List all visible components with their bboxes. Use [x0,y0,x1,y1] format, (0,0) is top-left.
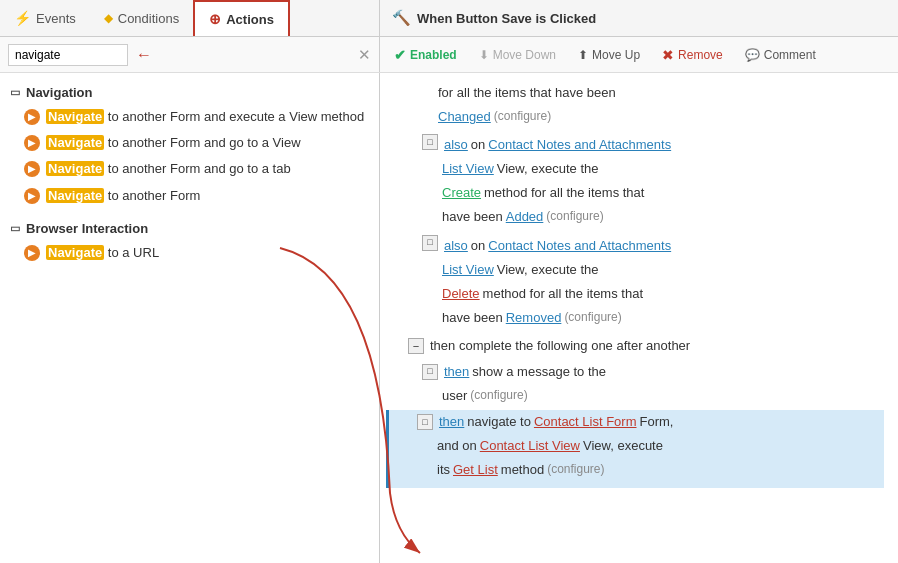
view-execute-text: View, execute [583,435,663,457]
close-icon[interactable]: ✕ [358,46,371,64]
delete-link[interactable]: Delete [442,283,480,305]
configure-link-3[interactable]: (configure) [564,307,621,327]
navigate-highlight-3: Navigate [46,161,104,176]
changed-link[interactable]: Changed [438,106,491,128]
line-4: Create method for all the items that [394,181,884,205]
when-title: 🔨 When Button Save is Clicked [392,9,596,27]
contact-list-view-link[interactable]: Contact List View [480,435,580,457]
line10-rest: show a message to the [472,361,606,383]
move-down-icon: ⬇ [479,48,489,62]
block-icon-1: □ [422,134,438,150]
search-input[interactable] [8,44,128,66]
then-link-1[interactable]: then [444,361,469,383]
navigate-highlight-browser: Navigate [46,245,104,260]
tab-events[interactable]: ⚡ Events [0,0,90,36]
line8-rest: have been [442,307,503,329]
create-link[interactable]: Create [442,182,481,204]
list-view-link-1[interactable]: List View [442,158,494,180]
contact-notes-link-1[interactable]: Contact Notes and Attachments [488,134,671,156]
enabled-label: Enabled [410,48,457,62]
remove-button[interactable]: ✖ Remove [658,45,727,65]
enabled-button[interactable]: ✔ Enabled [390,45,461,65]
get-list-link[interactable]: Get List [453,459,498,481]
nav-item-1[interactable]: ▶ Navigate to another Form and execute a… [0,104,379,130]
block-icon-4: □ [417,414,433,430]
added-link[interactable]: Added [506,206,544,228]
line-5: have been Added (configure) [394,205,884,229]
line5-rest: have been [442,206,503,228]
move-down-label: Move Down [493,48,556,62]
nav-item-1-rest: to another Form and execute a View metho… [108,109,364,124]
user-text: user [442,385,467,407]
contact-list-form-link[interactable]: Contact List Form [534,411,637,433]
nav-item-4[interactable]: ▶ Navigate to another Form [0,183,379,209]
navigation-section-header: ▭ Navigation [0,81,379,104]
form-text: Form, [640,411,674,433]
remove-label: Remove [678,48,723,62]
minus-icon: − [408,338,424,354]
line-6b: List View View, execute the [394,258,884,282]
configure-link-2[interactable]: (configure) [546,206,603,226]
tab-conditions-label: Conditions [118,11,179,26]
arrow-right-icon: ▶ [24,109,40,125]
nav-item-browser-1[interactable]: ▶ Navigate to a URL [0,240,379,266]
configure-link-1[interactable]: (configure) [494,106,551,126]
browser-section-label: Browser Interaction [26,221,148,236]
tab-actions-label: Actions [226,12,274,27]
also-text-2[interactable]: also [444,235,468,257]
configure-link-4[interactable]: (configure) [470,385,527,405]
left-panel: ▭ Navigation ▶ Navigate to another Form … [0,73,380,563]
nav-item-3[interactable]: ▶ Navigate to another Form and go to a t… [0,156,379,182]
right-panel: for all the items that have been Changed… [380,73,898,563]
hammer-icon: 🔨 [392,9,411,27]
line-12: □ then navigate to Contact List Form For… [386,410,884,434]
arrow-left-icon: ← [136,46,152,64]
browser-section-header: ▭ Browser Interaction [0,217,379,240]
arrow-right-icon-3: ▶ [24,161,40,177]
nav-item-browser-1-rest: to a URL [108,245,159,260]
on-text-1: on [471,134,485,156]
comment-label: Comment [764,48,816,62]
view-text-1: View, execute the [497,158,599,180]
on-text-2: on [471,235,485,257]
block-icon-2: □ [422,235,438,251]
nav-item-2-text: Navigate to another Form and go to a Vie… [46,134,301,152]
line-1: for all the items that have been [394,81,884,105]
nav-item-2-rest: to another Form and go to a View [108,135,301,150]
move-down-button[interactable]: ⬇ Move Down [475,46,560,64]
diamond-icon: ◆ [104,11,113,25]
removed-link[interactable]: Removed [506,307,562,329]
navigate-highlight: Navigate [46,109,104,124]
nav-item-4-text: Navigate to another Form [46,187,200,205]
remove-icon: ✖ [662,47,674,63]
line-14: its Get List method (configure) [386,458,884,487]
line7-rest: method for all the items that [483,283,643,305]
lightning-icon: ⚡ [14,10,31,26]
collapse-browser-icon[interactable]: ▭ [10,222,20,235]
navigate-highlight-2: Navigate [46,135,104,150]
list-view-link-2[interactable]: List View [442,259,494,281]
contact-notes-link-2[interactable]: Contact Notes and Attachments [488,235,671,257]
top-bar: ⚡ Events ◆ Conditions ⊕ Actions 🔨 When B… [0,0,898,37]
move-up-button[interactable]: ⬆ Move Up [574,46,644,64]
when-title-text: When Button Save is Clicked [417,11,596,26]
view-text-2: View, execute the [497,259,599,281]
tab-actions[interactable]: ⊕ Actions [193,0,290,36]
toolbar-left: ← ✕ [0,37,380,72]
configure-link-5[interactable]: (configure) [547,459,604,479]
collapse-icon[interactable]: ▭ [10,86,20,99]
nav-item-browser-1-text: Navigate to a URL [46,244,159,262]
tab-conditions[interactable]: ◆ Conditions [90,0,193,36]
comment-button[interactable]: 💬 Comment [741,46,820,64]
method-text: method [501,459,544,481]
line-3b: List View View, execute the [394,157,884,181]
main-area: ▭ Navigation ▶ Navigate to another Form … [0,73,898,563]
then-link-2[interactable]: then [439,411,464,433]
comment-icon: 💬 [745,48,760,62]
line-11: user (configure) [394,384,884,408]
nav-item-3-text: Navigate to another Form and go to a tab [46,160,291,178]
move-up-icon: ⬆ [578,48,588,62]
line-8: have been Removed (configure) [394,306,884,330]
line-9: − then complete the following one after … [394,334,884,358]
nav-item-2[interactable]: ▶ Navigate to another Form and go to a V… [0,130,379,156]
